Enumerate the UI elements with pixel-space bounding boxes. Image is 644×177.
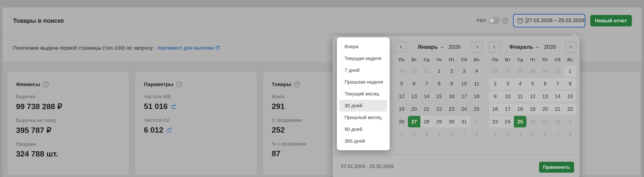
day-cell[interactable]: 14: [551, 90, 564, 102]
day-cell[interactable]: 7: [551, 78, 564, 89]
day-cell[interactable]: 4: [470, 65, 483, 77]
day-cell[interactable]: 3: [502, 78, 514, 89]
day-cell[interactable]: 29: [433, 116, 445, 127]
day-cell: 6: [539, 128, 551, 140]
day-cell[interactable]: 3: [458, 65, 470, 77]
day-cell[interactable]: 8: [564, 78, 576, 89]
prev-month-button[interactable]: [396, 42, 406, 52]
day-cell[interactable]: 18: [514, 103, 526, 115]
day-cell[interactable]: 5: [526, 78, 539, 89]
day-cell[interactable]: 20: [539, 103, 551, 115]
day-cell[interactable]: 9: [445, 78, 458, 89]
date-range-input[interactable]: 27.01.2026 – 25.02.2026: [513, 14, 585, 28]
weekday-label: Сб: [551, 57, 564, 62]
day-cell[interactable]: 1: [433, 65, 445, 77]
datepicker-footer: 27.01.2026 - 25.02.2026 Применить: [332, 154, 580, 177]
day-cell[interactable]: 23: [489, 116, 502, 127]
day-cell[interactable]: 6: [408, 78, 420, 89]
day-cell[interactable]: 11: [470, 78, 483, 89]
month-year-selector[interactable]: Январь2026: [418, 44, 460, 50]
day-cell[interactable]: 26: [396, 116, 408, 127]
weekday-label: Ср: [420, 57, 433, 62]
day-cell[interactable]: 12: [526, 90, 539, 102]
day-cell[interactable]: 11: [514, 90, 526, 102]
day-cell[interactable]: 24: [502, 116, 514, 127]
day-cell[interactable]: 21: [420, 103, 433, 115]
query-link[interactable]: пергамент для выпечки: [157, 45, 214, 51]
metric-value: 6 012: [144, 126, 256, 134]
day-cell[interactable]: 23: [445, 103, 458, 115]
day-cell[interactable]: 14: [420, 90, 433, 102]
prev-month-button[interactable]: [489, 42, 500, 52]
selected-day-cell[interactable]: 25: [514, 116, 526, 127]
day-cell[interactable]: 28: [420, 116, 433, 127]
new-report-button[interactable]: Новый отчет: [590, 15, 632, 26]
day-cell[interactable]: 24: [458, 103, 470, 115]
card-help-icon[interactable]: ?: [294, 82, 300, 87]
day-cell[interactable]: 13: [408, 90, 420, 102]
preset-item-прошлый-месяц[interactable]: Прошлый месяц: [339, 112, 387, 124]
day-cell[interactable]: 16: [489, 103, 502, 115]
day-cell[interactable]: 17: [458, 90, 470, 102]
day-cell[interactable]: 18: [470, 90, 483, 102]
day-cell[interactable]: 13: [539, 90, 551, 102]
day-cell: 28: [551, 116, 564, 127]
page-title: Товары в поиске: [13, 17, 64, 24]
line-chart-icon[interactable]: [170, 104, 177, 109]
apply-button[interactable]: Применить: [539, 162, 574, 173]
month-name: Январь: [418, 44, 438, 50]
day-cell[interactable]: 15: [433, 90, 445, 102]
day-cell[interactable]: 31: [458, 116, 470, 127]
day-cell[interactable]: 19: [526, 103, 539, 115]
line-chart-icon[interactable]: [166, 127, 172, 133]
page-background: Товары в поиске FBS ?: [2, 8, 642, 177]
day-cell[interactable]: 21: [551, 103, 564, 115]
preset-item-вчера[interactable]: Вчера: [339, 41, 387, 52]
day-cell[interactable]: 4: [514, 78, 526, 89]
day-cell[interactable]: 1: [564, 65, 576, 77]
day-cell[interactable]: 12: [396, 90, 408, 102]
preset-item-7-дней[interactable]: 7 дней: [339, 64, 387, 76]
day-cell[interactable]: 22: [433, 103, 445, 115]
weekday-label: Вт: [502, 57, 514, 62]
day-cell: 31: [420, 65, 433, 77]
day-cell: 6: [445, 128, 458, 140]
day-cell: 7: [458, 128, 470, 140]
selected-day-cell[interactable]: 27: [408, 116, 420, 127]
preset-item-текущая-неделя[interactable]: Текущая неделя: [339, 52, 387, 64]
day-cell[interactable]: 25: [470, 103, 483, 115]
next-month-button[interactable]: [472, 42, 483, 52]
weekday-header: ПнВтСрЧтПтСбВс: [489, 57, 576, 62]
day-cell[interactable]: 5: [396, 78, 408, 89]
next-month-button[interactable]: [565, 42, 576, 52]
day-cell[interactable]: 10: [458, 78, 470, 89]
preset-item-текущий-месяц[interactable]: Текущий месяц: [339, 88, 387, 100]
fbs-help-icon[interactable]: ?: [502, 18, 508, 24]
external-link-icon[interactable]: [215, 45, 220, 51]
day-cell[interactable]: 9: [489, 90, 502, 102]
preset-item-30-дней[interactable]: 30 дней: [339, 100, 387, 112]
day-cell[interactable]: 15: [564, 90, 576, 102]
day-cell[interactable]: 30: [445, 116, 458, 127]
day-cell[interactable]: 20: [408, 103, 420, 115]
preset-item-прошлая-неделя[interactable]: Прошлая неделя: [339, 76, 387, 88]
month-year-selector[interactable]: Февраль2026: [509, 44, 556, 50]
day-cell[interactable]: 10: [502, 90, 514, 102]
day-cell[interactable]: 2: [489, 78, 502, 89]
day-cell[interactable]: 22: [564, 103, 576, 115]
fbs-toggle[interactable]: [489, 18, 500, 24]
day-cell[interactable]: 17: [502, 103, 514, 115]
day-cell[interactable]: 16: [445, 90, 458, 102]
header-actions: FBS ? 27.01.2026 – 25.02.2026: [477, 8, 632, 34]
day-cell[interactable]: 6: [539, 78, 551, 89]
preset-item-365-дней[interactable]: 365 дней: [339, 135, 387, 147]
card-help-icon[interactable]: ?: [176, 82, 182, 87]
day-cell[interactable]: 8: [433, 78, 445, 89]
metric-value: 51 016: [144, 102, 256, 111]
preset-item-90-дней[interactable]: 90 дней: [339, 124, 387, 135]
day-cell[interactable]: 19: [396, 103, 408, 115]
weekday-label: Чт: [433, 57, 445, 62]
day-cell[interactable]: 2: [445, 65, 458, 77]
day-cell[interactable]: 7: [420, 78, 433, 89]
card-help-icon[interactable]: ?: [43, 82, 49, 87]
